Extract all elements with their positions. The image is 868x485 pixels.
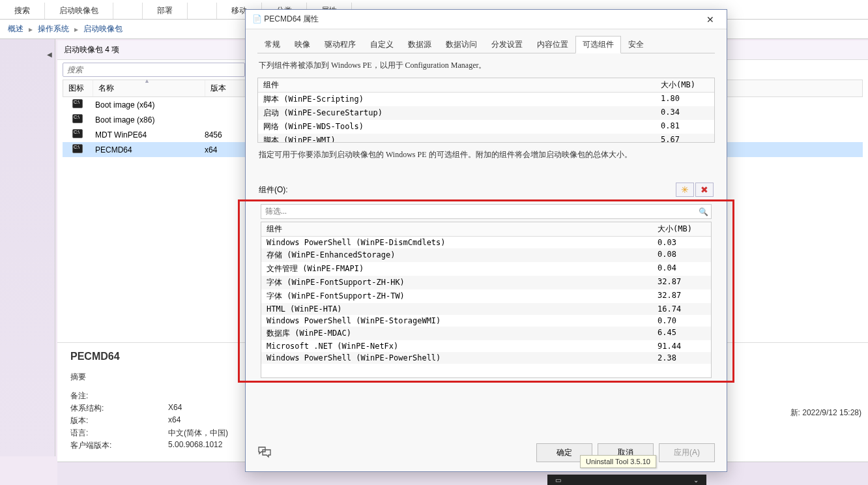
apply-button[interactable]: 应用(A) (659, 443, 715, 462)
ribbon-tab[interactable]: 搜索 (0, 3, 45, 19)
dialog-description: 下列组件将被添加到 Windows PE，以用于 Configuration M… (259, 60, 714, 71)
breadcrumb-item[interactable]: 操作系统 (38, 23, 69, 35)
dialog-tab[interactable]: 驱动程序 (317, 36, 363, 53)
detail-value: 中文(简体，中国) (168, 428, 228, 439)
detail-value: 5.00.9068.1012 (168, 440, 222, 451)
feedback-icon[interactable] (257, 446, 276, 460)
table-row[interactable]: HTML (WinPE-HTA)16.74 (261, 303, 711, 315)
table-row[interactable]: Windows PowerShell (WinPE-DismCmdlets)0.… (261, 237, 711, 248)
ribbon-tab[interactable]: 部署 (143, 3, 188, 19)
taskbar-item[interactable]: ▭ (555, 477, 561, 484)
available-table-header[interactable]: 组件 大小(MB) (261, 222, 711, 237)
row-name: Boot image (x64) (93, 100, 205, 110)
row-name: MDT WinPE64 (93, 130, 205, 140)
remove-component-button[interactable]: ✖ (695, 183, 714, 197)
chevron-right-icon: ▸ (74, 25, 78, 34)
table-row[interactable]: 启动 (WinPE-SecureStartup)0.34 (258, 106, 714, 120)
close-icon[interactable]: ✕ (701, 15, 720, 24)
mid-description: 指定可用于你要添加到启动映像包的 Windows PE 的可选组件。附加的组件将… (259, 149, 714, 160)
dialog-tab[interactable]: 可选组件 (575, 36, 621, 53)
added-table-header[interactable]: 组件 大小(MB) (258, 78, 714, 93)
row-icon (63, 114, 93, 125)
detail-key: 版本: (70, 415, 168, 426)
col-icon[interactable]: 图标 (63, 80, 93, 96)
row-icon (63, 129, 93, 140)
detail-value: X64 (168, 403, 182, 414)
dialog-tabs: 常规映像驱动程序自定义数据源数据访问分发设置内容位置可选组件安全 (257, 36, 715, 53)
tooltip: Uninstall Tool 3.5.10 (580, 455, 656, 468)
search-input[interactable] (63, 63, 245, 77)
ribbon-tab[interactable] (188, 3, 217, 19)
table-row[interactable]: 字体 (WinPE-FontSupport-ZH-TW)32.87 (261, 289, 711, 303)
added-components-box: 组件 大小(MB) 脚本 (WinPE-Scripting)1.80启动 (Wi… (257, 78, 715, 143)
dialog-tab[interactable]: 映像 (287, 36, 317, 53)
components-label: 组件(O): (259, 184, 288, 196)
table-row[interactable]: 字体 (WinPE-FontSupport-ZH-HK)32.87 (261, 276, 711, 289)
chevron-down-icon[interactable]: ⌄ (693, 477, 699, 484)
timestamp-text: 新: 2022/9/12 15:28) (790, 407, 861, 419)
filter-input[interactable] (261, 205, 695, 218)
sort-icon: ▲ (144, 78, 150, 84)
available-components-box: 组件 大小(MB) Windows PowerShell (WinPE-Dism… (261, 222, 712, 378)
filter-row: 🔍 (261, 204, 712, 219)
detail-key: 体系结构: (70, 403, 168, 414)
table-row[interactable]: 脚本 (WinPE-WMI)5.67 (258, 134, 714, 143)
row-name: Boot image (x86) (93, 115, 205, 125)
ribbon-tab[interactable] (113, 3, 143, 19)
list-title: 启动映像包 4 项 (64, 44, 119, 55)
add-component-button[interactable]: ✳ (676, 183, 694, 197)
dialog-title: 📄 PECMD64 属性 (252, 14, 319, 25)
row-version: 8456 (205, 130, 244, 140)
left-panel: ◀ (0, 39, 55, 456)
table-row[interactable]: Windows PowerShell (WinPE-StorageWMI)0.7… (261, 315, 711, 327)
taskbar-fragment: ▭ ⌄ (547, 475, 706, 485)
table-row[interactable]: Microsoft .NET (WinPE-NetFx)91.44 (261, 340, 711, 352)
detail-key: 客户端版本: (70, 440, 168, 451)
detail-key: 备注: (70, 390, 168, 402)
dialog-tab[interactable]: 分发设置 (484, 36, 530, 53)
table-row[interactable]: 数据库 (WinPE-MDAC)6.45 (261, 327, 711, 340)
ribbon-tab[interactable]: 启动映像包 (45, 3, 113, 19)
dialog-tab[interactable]: 安全 (621, 36, 651, 53)
row-name: PECMD64 (93, 145, 205, 154)
breadcrumb-item[interactable]: 概述 (8, 23, 23, 35)
components-label-row: 组件(O): ✳ ✖ (259, 183, 714, 197)
highlight-annotation: 🔍 组件 大小(MB) Windows PowerShell (WinPE-Di… (238, 199, 734, 383)
col-version[interactable]: 版本 (205, 80, 244, 96)
row-icon (63, 99, 93, 110)
search-icon[interactable]: 🔍 (695, 207, 711, 216)
col-name[interactable]: 名称▲ (93, 80, 205, 96)
table-row[interactable]: 脚本 (WinPE-Scripting)1.80 (258, 93, 714, 106)
dialog-tab[interactable]: 内容位置 (530, 36, 575, 53)
dialog-titlebar[interactable]: 📄 PECMD64 属性 ✕ (246, 10, 727, 29)
detail-value: x64 (168, 415, 181, 426)
detail-key: 语言: (70, 428, 168, 439)
table-row[interactable]: 文件管理 (WinPE-FMAPI)0.04 (261, 262, 711, 276)
row-version: x64 (205, 145, 244, 154)
properties-dialog: 📄 PECMD64 属性 ✕ 常规映像驱动程序自定义数据源数据访问分发设置内容位… (245, 9, 727, 472)
table-row[interactable]: 网络 (WinPE-WDS-Tools)0.81 (258, 120, 714, 134)
dialog-tab[interactable]: 数据源 (401, 36, 439, 53)
dialog-tab[interactable]: 数据访问 (439, 36, 484, 53)
table-row[interactable]: Windows PowerShell (WinPE-PowerShell)2.3… (261, 352, 711, 364)
table-row[interactable]: 存储 (WinPE-EnhancedStorage)0.08 (261, 248, 711, 262)
breadcrumb-item[interactable]: 启动映像包 (83, 23, 123, 35)
dialog-tab[interactable]: 常规 (257, 36, 287, 53)
dialog-tab[interactable]: 自定义 (363, 36, 401, 53)
collapse-icon[interactable]: ◀ (47, 51, 52, 58)
chevron-right-icon: ▸ (29, 25, 33, 34)
row-icon (63, 144, 93, 155)
